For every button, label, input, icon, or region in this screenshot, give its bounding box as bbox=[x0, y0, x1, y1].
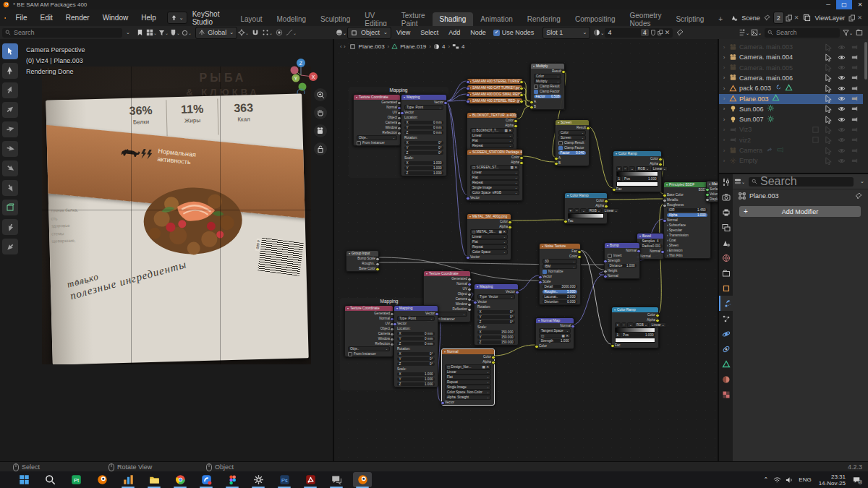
value-field[interactable]: X0° bbox=[477, 310, 515, 314]
value-field[interactable]: X0° bbox=[397, 352, 435, 356]
outliner-item-label[interactable]: Camera bbox=[739, 147, 762, 154]
value-field[interactable]: Z0° bbox=[397, 362, 435, 366]
wifi-icon[interactable] bbox=[773, 476, 781, 484]
node-sam-am-400-sterel-red-jpg-5[interactable]: ▾SAM AM 400 STEREL RED-.jpg bbox=[467, 98, 523, 104]
value-field[interactable]: Strength1.000 bbox=[539, 339, 571, 343]
value-field[interactable]: Z1.000 bbox=[397, 382, 435, 386]
node-row[interactable]: Result bbox=[531, 69, 564, 74]
node-row[interactable]: Flat⌄ bbox=[467, 175, 522, 180]
navigation-gizmo[interactable]: Z X Y bbox=[284, 56, 318, 94]
layout-grid-button[interactable]: ⌄ bbox=[146, 27, 157, 38]
node-row[interactable]: Vector bbox=[475, 299, 518, 304]
expand-chevron-icon[interactable]: › bbox=[719, 106, 729, 112]
view-layer-remove-icon[interactable]: ✕ bbox=[857, 14, 862, 21]
node-row[interactable]: Bump Scale bbox=[346, 256, 378, 261]
outliner-scrollbar[interactable] bbox=[864, 42, 867, 80]
properties-tab-constraints[interactable] bbox=[719, 341, 733, 356]
node-row[interactable]: Clamp Factor bbox=[556, 145, 589, 150]
node-normal-25[interactable]: ▾NormalColorAlpha◫ Design_Nor...▦ ✕Linea… bbox=[441, 348, 495, 406]
pan-hand-button[interactable] bbox=[314, 106, 327, 119]
node-row[interactable]: Flat⌄ bbox=[467, 138, 516, 143]
cursor-target-button[interactable]: ⌄ bbox=[238, 27, 249, 38]
mesh-data-icon[interactable] bbox=[785, 84, 793, 92]
select-arrow-icon[interactable] bbox=[825, 43, 833, 51]
node-screen-statorn-package-400g-1-7[interactable]: ▾SCREEN_STATORN Package 400g-1..ColorAlp… bbox=[467, 149, 523, 201]
node-principled-bsdf-13[interactable]: ▾Principled BSDFBSDFBase ColorMetallicRo… bbox=[663, 181, 711, 259]
node-row[interactable]: Multiply⌄ bbox=[531, 79, 564, 84]
copy-icon[interactable] bbox=[658, 30, 663, 35]
node-row[interactable]: › Transmission bbox=[664, 233, 710, 238]
menu-window[interactable]: Window bbox=[96, 12, 135, 24]
copy-icon[interactable] bbox=[848, 14, 856, 22]
node-row[interactable]: Object bbox=[424, 291, 470, 296]
node-row[interactable]: Repeat⌄ bbox=[467, 143, 516, 148]
node-row[interactable]: Type Point⌄ bbox=[394, 316, 438, 321]
fake-user-shield-icon[interactable] bbox=[650, 30, 656, 36]
maximize-button[interactable]: ▢ bbox=[836, 0, 852, 9]
node-row[interactable]: Normal bbox=[637, 254, 663, 259]
node-header[interactable]: ▾SAM AM 400 DOG SMAL REND LAWN.. bbox=[467, 92, 522, 97]
figma-taskbar-button[interactable] bbox=[223, 472, 242, 487]
shader-node-editor[interactable]: ‹ › Plane.003› Plane.019› 4› 4 MappingMa… bbox=[334, 39, 718, 461]
checkbox-icon[interactable] bbox=[534, 85, 538, 89]
viewport-3d[interactable]: РЫБА & КЛЮКВА ОШКИ 36%Белки11%Жиры363Кка… bbox=[0, 39, 333, 461]
outliner-row-camera-main-006[interactable]: ›Camera. main.006 bbox=[719, 73, 863, 83]
node-group-input-18[interactable]: ▾Group InputBump ScaleRoughn..Base Color bbox=[346, 250, 379, 272]
node-row[interactable]: Alpha1.000 bbox=[664, 213, 710, 218]
socket[interactable] bbox=[466, 100, 469, 103]
node-row[interactable]: IOR1.450 bbox=[664, 207, 710, 213]
node-row[interactable]: A bbox=[531, 99, 564, 104]
node-row[interactable]: Base Color bbox=[664, 192, 710, 197]
expand-chevron-icon[interactable]: › bbox=[719, 127, 729, 133]
proportional-button[interactable] bbox=[274, 27, 284, 38]
tab-scripting[interactable]: Scripting bbox=[668, 12, 711, 26]
node-row[interactable]: X1.000 bbox=[394, 372, 438, 377]
node-header[interactable]: ▾Texture Coordinate bbox=[345, 306, 393, 311]
photoshop-taskbar-button[interactable]: Ps bbox=[275, 472, 294, 487]
node-row[interactable]: Invert bbox=[605, 253, 639, 258]
properties-tab-view-layer[interactable] bbox=[719, 220, 733, 235]
camera-data-icon[interactable] bbox=[776, 146, 784, 154]
value-field[interactable]: Samples4 bbox=[640, 239, 660, 243]
node-row[interactable]: Linear⌄ bbox=[467, 170, 522, 175]
node-row[interactable]: UV bbox=[354, 110, 400, 115]
node-row[interactable]: Vector bbox=[540, 274, 580, 279]
move-tool[interactable] bbox=[2, 82, 18, 98]
new-collection-icon[interactable] bbox=[854, 27, 864, 38]
outliner-row-camera-main-003[interactable]: ›Camera. main.003 bbox=[719, 42, 863, 52]
input-socket[interactable] bbox=[603, 275, 607, 278]
node-row[interactable]: X0° bbox=[475, 309, 518, 314]
node-header[interactable]: ▾Color Ramp bbox=[565, 193, 607, 198]
input-socket[interactable] bbox=[441, 401, 444, 405]
node-row[interactable]: Clamp Result bbox=[556, 140, 589, 145]
node-row[interactable]: Surface bbox=[707, 187, 718, 192]
settings-taskbar-button[interactable] bbox=[249, 472, 268, 487]
node-row[interactable]: Repeat⌄ bbox=[442, 380, 494, 385]
node-color-ramp-12[interactable]: ▾Color RampColorAlpha+−⌄RGB ⌄Linear ⌄Fac bbox=[564, 192, 608, 224]
tab-modeling[interactable]: Modeling bbox=[270, 12, 314, 26]
blender-app-icon[interactable] bbox=[4, 13, 6, 23]
node-row[interactable]: Clamp Factor bbox=[531, 89, 564, 94]
node-row[interactable]: Alpha bbox=[613, 161, 661, 166]
wrench-icon[interactable] bbox=[774, 84, 782, 92]
color-swatch[interactable] bbox=[615, 338, 655, 343]
node-row[interactable]: Color Space⌄ bbox=[467, 249, 511, 254]
node-row[interactable]: Normal bbox=[605, 248, 639, 253]
viewport-search-input[interactable]: Search bbox=[2, 28, 122, 38]
analytics-taskbar-button[interactable] bbox=[119, 472, 137, 487]
node-row[interactable]: Obje..⌄ bbox=[345, 346, 393, 351]
eye-icon[interactable] bbox=[838, 64, 846, 72]
outliner-item-label[interactable]: Camera. main.004 bbox=[739, 53, 793, 61]
shader-type-icon[interactable]: ⌄ bbox=[336, 27, 346, 38]
node-row[interactable]: Distortion0.000 bbox=[540, 299, 580, 304]
node-bump-17[interactable]: ▾BumpNormalInvertStrengthDistance1.000He… bbox=[604, 242, 640, 279]
eye-icon[interactable] bbox=[838, 136, 846, 144]
node-row[interactable]: Vector bbox=[394, 321, 438, 326]
node-row[interactable]: X0 mm bbox=[401, 120, 446, 125]
outliner-row-viz3[interactable]: ›Viz3 bbox=[719, 124, 863, 134]
outliner-item-label[interactable]: pack 6.003 bbox=[739, 85, 771, 92]
transform-tool[interactable] bbox=[2, 141, 18, 157]
node-row[interactable]: Fac bbox=[612, 343, 658, 348]
node-header[interactable]: ▾METAL_SM_400g.png bbox=[467, 214, 511, 219]
node-row[interactable]: Object bbox=[345, 326, 393, 331]
